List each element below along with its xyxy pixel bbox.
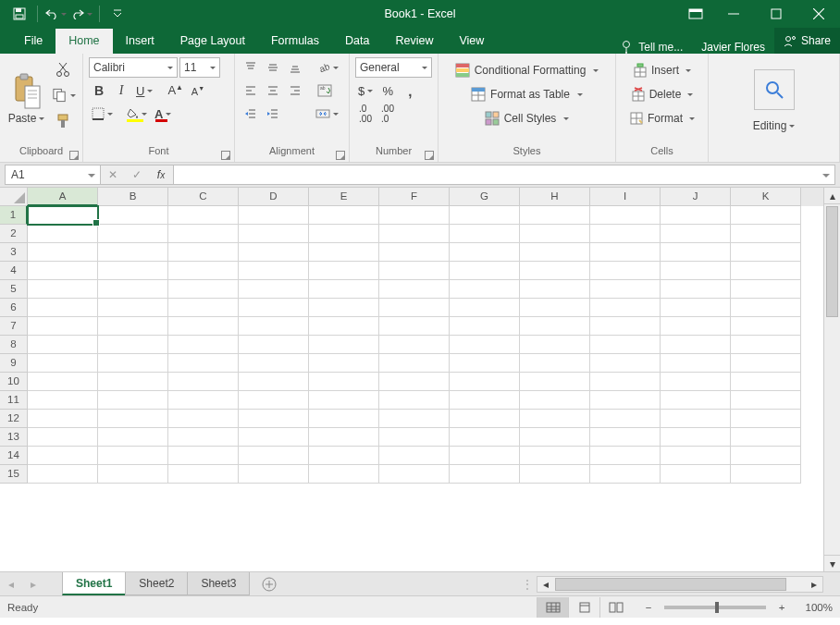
- cell[interactable]: [731, 280, 801, 299]
- cell[interactable]: [168, 391, 239, 410]
- row-header[interactable]: 3: [0, 243, 28, 262]
- cell[interactable]: [239, 280, 309, 299]
- cell[interactable]: [590, 280, 661, 299]
- cell[interactable]: [379, 280, 450, 299]
- row-header[interactable]: 7: [0, 317, 28, 336]
- page-break-view-icon[interactable]: [599, 597, 631, 618]
- cell[interactable]: [450, 410, 520, 428]
- user-name[interactable]: Javier Flores: [692, 41, 774, 54]
- cell[interactable]: [379, 243, 450, 262]
- cell[interactable]: [379, 299, 450, 317]
- cell[interactable]: [239, 428, 309, 447]
- col-header-a[interactable]: A: [28, 188, 98, 206]
- cell[interactable]: [309, 243, 379, 262]
- col-header-i[interactable]: I: [590, 188, 661, 206]
- cell[interactable]: [590, 206, 661, 225]
- row-header[interactable]: 8: [0, 336, 28, 354]
- increase-decimal-icon[interactable]: .0.00: [355, 104, 376, 124]
- alignment-dialog-icon[interactable]: [336, 151, 345, 160]
- cell[interactable]: [309, 299, 379, 317]
- cell[interactable]: [239, 447, 309, 465]
- cell[interactable]: [168, 373, 239, 391]
- cell[interactable]: [450, 447, 520, 465]
- cell[interactable]: [590, 465, 661, 484]
- cell[interactable]: [661, 299, 731, 317]
- sheet-tab-1[interactable]: Sheet1: [62, 572, 126, 595]
- row-header[interactable]: 5: [0, 280, 28, 299]
- col-header-f[interactable]: F: [379, 188, 450, 206]
- find-select-icon[interactable]: [754, 69, 795, 110]
- cell[interactable]: [379, 354, 450, 373]
- zoom-level[interactable]: 100%: [797, 602, 833, 613]
- cell[interactable]: [98, 465, 168, 484]
- cell[interactable]: [168, 262, 239, 280]
- enter-formula-icon[interactable]: ✓: [125, 165, 149, 184]
- cell[interactable]: [520, 391, 590, 410]
- cell[interactable]: [379, 206, 450, 225]
- hscroll-thumb[interactable]: [555, 578, 786, 591]
- cell[interactable]: [520, 354, 590, 373]
- cell[interactable]: [309, 206, 379, 225]
- scroll-up-icon[interactable]: ▴: [824, 188, 840, 204]
- tab-formulas[interactable]: Formulas: [258, 29, 332, 54]
- increase-indent-icon[interactable]: [263, 104, 283, 124]
- cell[interactable]: [590, 336, 661, 354]
- paste-button[interactable]: Paste: [6, 57, 47, 137]
- page-layout-view-icon[interactable]: [568, 597, 599, 618]
- cell[interactable]: [590, 373, 661, 391]
- cell[interactable]: [520, 428, 590, 447]
- cell[interactable]: [239, 373, 309, 391]
- row-header[interactable]: 13: [0, 428, 28, 447]
- cell[interactable]: [379, 262, 450, 280]
- cell[interactable]: [98, 391, 168, 410]
- cell[interactable]: [168, 336, 239, 354]
- font-size-combo[interactable]: 11: [179, 57, 220, 78]
- cell[interactable]: [520, 317, 590, 336]
- cell[interactable]: [239, 391, 309, 410]
- cell[interactable]: [661, 447, 731, 465]
- cell[interactable]: [239, 206, 309, 225]
- font-name-combo[interactable]: Calibri: [89, 57, 178, 78]
- cell[interactable]: [239, 225, 309, 243]
- cell[interactable]: [590, 410, 661, 428]
- cell[interactable]: [731, 206, 801, 225]
- cell[interactable]: [309, 317, 379, 336]
- cell[interactable]: [661, 391, 731, 410]
- cell[interactable]: [731, 428, 801, 447]
- cell[interactable]: [520, 465, 590, 484]
- cell[interactable]: [239, 336, 309, 354]
- copy-button[interactable]: [51, 83, 77, 107]
- tab-page-layout[interactable]: Page Layout: [167, 29, 258, 54]
- cell[interactable]: [731, 391, 801, 410]
- col-header-e[interactable]: E: [309, 188, 379, 206]
- col-header-g[interactable]: G: [450, 188, 520, 206]
- cell[interactable]: [590, 262, 661, 280]
- cell[interactable]: [379, 336, 450, 354]
- cell[interactable]: [379, 373, 450, 391]
- cell[interactable]: [239, 262, 309, 280]
- cell[interactable]: [731, 225, 801, 243]
- wrap-text-icon[interactable]: ab: [315, 80, 335, 101]
- row-header[interactable]: 9: [0, 354, 28, 373]
- row-header[interactable]: 10: [0, 373, 28, 391]
- qat-customize-icon[interactable]: [105, 2, 130, 26]
- tell-me-search[interactable]: Tell me...: [611, 41, 692, 54]
- underline-button[interactable]: U: [133, 80, 155, 101]
- cell[interactable]: [520, 206, 590, 225]
- cell[interactable]: [168, 280, 239, 299]
- cell[interactable]: [168, 354, 239, 373]
- tab-insert[interactable]: Insert: [113, 29, 167, 54]
- merge-center-icon[interactable]: [313, 104, 341, 124]
- col-header-c[interactable]: C: [168, 188, 239, 206]
- cell[interactable]: [379, 447, 450, 465]
- cell[interactable]: [309, 428, 379, 447]
- cell[interactable]: [28, 336, 98, 354]
- scroll-left-icon[interactable]: ◂: [537, 578, 554, 591]
- zoom-in-button[interactable]: +: [772, 597, 792, 618]
- cell[interactable]: [661, 280, 731, 299]
- conditional-formatting-button[interactable]: Conditional Formatting: [444, 59, 610, 81]
- decrease-decimal-icon[interactable]: .00.0: [377, 104, 398, 124]
- cell[interactable]: [590, 299, 661, 317]
- new-sheet-button[interactable]: [257, 576, 281, 593]
- sheet-nav-next-icon[interactable]: ▸: [22, 573, 44, 595]
